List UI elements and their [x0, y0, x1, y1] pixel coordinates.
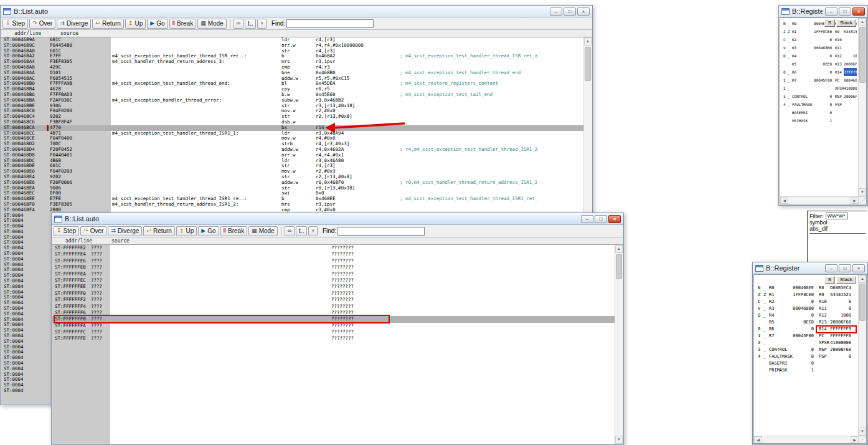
list-row[interactable]: ST:000468EEE7FEm4_scst_exception_test_ha… — [1, 196, 583, 202]
horizontal-scrollbar[interactable]: ◀ ▶ ⋰ — [754, 436, 866, 443]
register-value[interactable]: 0 — [829, 353, 851, 360]
toolbar-button-go[interactable]: ▶Go — [147, 19, 167, 29]
toolbar-button-dropdown[interactable]: ▾ — [257, 19, 267, 29]
maximize-button[interactable]: □ — [595, 215, 607, 223]
list-row[interactable]: ST:FFFFFFE6???????????? — [52, 258, 615, 264]
scroll-thumb[interactable] — [859, 27, 866, 83]
list-row[interactable]: ST:FFFFFFF4???????????? — [52, 304, 615, 310]
toolbar-button-over[interactable]: ↷Over — [29, 19, 55, 29]
list-row[interactable]: ST:000468A2E7FEm4_scst_exception_test_ha… — [1, 54, 583, 59]
register-value[interactable]: 0 — [790, 326, 814, 333]
register-value[interactable]: 20006F68 — [829, 347, 851, 353]
register-value[interactable]: 0 — [844, 44, 857, 52]
list-row[interactable]: ST:000468EA9006strr0,[r13,#0x18] — [1, 186, 583, 191]
list-row[interactable]: ST:FFFFFFE4???????????? — [52, 251, 615, 257]
register-value[interactable]: 1FFF8CE0 — [812, 27, 832, 36]
s-button[interactable]: S — [824, 19, 835, 27]
scroll-up-button[interactable]: ▲ — [615, 245, 623, 253]
register-value[interactable]: 1000 — [829, 312, 851, 319]
list-row[interactable]: ST:FFFFFFE8???????????? — [52, 264, 615, 270]
scroll-track[interactable] — [762, 436, 851, 443]
toolbar-button-step[interactable]: ↧Step — [54, 226, 79, 236]
register-value[interactable]: 41000000 — [844, 84, 857, 92]
minimize-button[interactable]: – — [825, 264, 837, 272]
toolbar-button-diverge[interactable]: ⇉Diverge — [57, 19, 91, 29]
find-input[interactable] — [286, 19, 374, 28]
register-value[interactable]: 000468EE — [790, 285, 814, 292]
minimize-button[interactable]: – — [581, 215, 593, 223]
resize-grip[interactable]: ⋰ — [859, 436, 866, 443]
register-value[interactable]: 20006F68 — [844, 92, 857, 100]
register-value[interactable]: 41000000 — [829, 340, 851, 347]
toolbar-button-trace[interactable]: t.. — [245, 19, 256, 29]
list-row[interactable]: ST:FFFFFFEA???????????? — [52, 271, 615, 277]
toolbar-button-return[interactable]: ↩Return — [92, 19, 124, 29]
register-value[interactable]: D68B3EC4 — [829, 285, 851, 292]
vertical-scrollbar[interactable]: ▲ ▼ — [615, 245, 623, 444]
list-row[interactable]: ST:FFFFFFEE???????????? — [52, 284, 615, 290]
register-value[interactable]: 0 — [812, 92, 832, 100]
scroll-thumb[interactable] — [616, 254, 622, 279]
toolbar-button-over[interactable]: ↷Over — [80, 226, 106, 236]
scroll-thumb[interactable] — [859, 284, 866, 321]
minimize-button[interactable]: – — [825, 7, 837, 16]
scroll-left-button[interactable]: ◀ — [754, 436, 762, 443]
register-value[interactable]: 0 — [790, 299, 814, 305]
close-button[interactable]: × — [852, 7, 865, 16]
list-row[interactable]: ST:000468E0F04F0203mov.wr2,#0x3 — [1, 169, 583, 175]
register-value[interactable]: 0 — [812, 52, 832, 60]
titlebar[interactable]: B::Register – □ × — [779, 6, 867, 17]
register-value[interactable]: 0 — [844, 100, 857, 108]
register-value[interactable]: 0 — [812, 36, 832, 44]
scroll-track[interactable] — [788, 197, 851, 204]
toolbar-button-break[interactable]: ‖Break — [220, 226, 248, 236]
scroll-down-button[interactable]: ▼ — [859, 188, 866, 196]
list-row[interactable]: ST:000468E6F20F0006addw.wr0,0x468F0; r0,… — [1, 180, 583, 186]
scroll-down-button[interactable]: ▼ — [615, 436, 623, 444]
register-value[interactable]: 0EED — [790, 319, 814, 326]
register-value[interactable]: FFFFFFF9 — [844, 68, 857, 76]
close-button[interactable]: × — [608, 215, 621, 223]
symbol-item[interactable]: symbol — [809, 219, 866, 226]
register-value[interactable]: 1000 — [844, 52, 857, 60]
maximize-button[interactable]: □ — [564, 7, 576, 16]
register-value[interactable]: 0 — [790, 312, 814, 319]
toolbar-button-dropdown[interactable]: ▾ — [308, 226, 318, 236]
titlebar[interactable]: B::List.auto – □ × — [1, 6, 592, 17]
scroll-up-button[interactable]: ▲ — [859, 275, 866, 283]
stack-button[interactable]: Stack — [836, 19, 856, 27]
register-value[interactable]: 1 — [812, 117, 832, 125]
minimize-button[interactable]: – — [550, 7, 562, 16]
register-value[interactable]: 0 — [812, 68, 832, 76]
list-row[interactable]: ST:000468B44628cpyr0,r5 — [1, 87, 583, 92]
scroll-right-button[interactable]: ▶ — [851, 197, 859, 204]
list-row[interactable]: ST:FFFFFFF0???????????? — [52, 290, 615, 297]
toolbar-button-break[interactable]: ‖Break — [169, 19, 197, 29]
scroll-down-button[interactable]: ▼ — [859, 428, 866, 436]
toolbar-button-step[interactable]: ↧Step — [2, 19, 28, 29]
horizontal-scrollbar[interactable]: ◀ ▶ ⋰ — [780, 196, 866, 204]
register-value[interactable]: 000468B0 — [812, 44, 832, 52]
close-button[interactable]: × — [852, 264, 865, 272]
register-value[interactable]: 0 — [844, 36, 857, 44]
register-value[interactable]: 00045F00 — [790, 333, 814, 340]
filter-input[interactable]: WW*W* — [826, 213, 848, 219]
scroll-up-button[interactable]: ▲ — [859, 18, 866, 26]
titlebar[interactable]: B::Register – □ × — [753, 262, 867, 274]
titlebar[interactable]: B::List.auto – □ × — [52, 213, 623, 225]
maximize-button[interactable]: □ — [839, 7, 851, 16]
register-value[interactable]: 53481521 — [844, 27, 857, 36]
register-value[interactable]: 53481521 — [829, 292, 851, 299]
list-row[interactable]: ST:FFFFFFFE???????????? — [52, 335, 615, 342]
register-value[interactable]: 000468B0 — [790, 305, 814, 312]
symbol-item[interactable]: abs_dif — [809, 226, 866, 232]
scroll-right-button[interactable]: ▶ — [851, 436, 859, 443]
close-button[interactable]: × — [577, 7, 590, 16]
toolbar-button-up[interactable]: ↥Up — [125, 19, 146, 29]
register-value[interactable]: 0 — [790, 347, 814, 353]
register-value[interactable]: FFFFFFF9 — [829, 326, 851, 333]
scroll-up-button[interactable]: ▲ — [584, 37, 592, 45]
list-row[interactable]: ST:FFFFFFEC???????????? — [52, 277, 615, 284]
stack-button[interactable]: Stack — [836, 276, 856, 284]
s-button[interactable]: S — [824, 276, 835, 284]
